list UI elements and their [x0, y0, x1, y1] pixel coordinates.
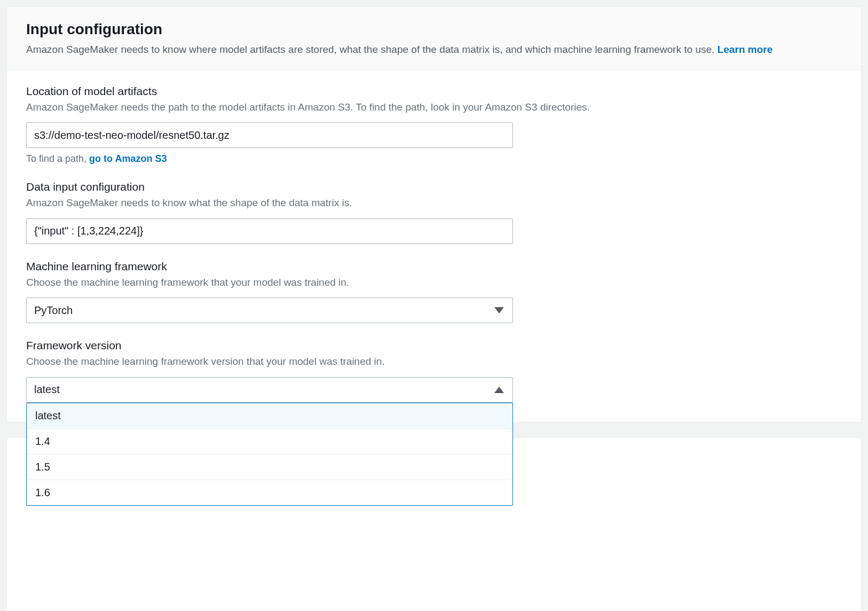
framework-hint: Choose the machine learning framework th…	[26, 275, 842, 291]
learn-more-link[interactable]: Learn more	[717, 44, 772, 55]
version-hint: Choose the machine learning framework ve…	[26, 354, 842, 370]
panel-description: Amazon SageMaker needs to know where mod…	[26, 42, 842, 58]
version-select-value: latest	[34, 383, 60, 396]
panel-header: Input configuration Amazon SageMaker nee…	[7, 7, 861, 70]
version-dropdown-list: latest1.41.51.6	[26, 403, 513, 506]
framework-select[interactable]: PyTorch	[26, 297, 513, 323]
artifacts-input[interactable]	[26, 122, 513, 148]
artifacts-below-hint: To find a path, go to Amazon S3	[26, 153, 842, 164]
artifacts-hint: Amazon SageMaker needs the path to the m…	[26, 100, 842, 115]
panel-description-text: Amazon SageMaker needs to know where mod…	[26, 44, 715, 55]
data-input-input[interactable]	[26, 218, 513, 244]
input-configuration-panel: Input configuration Amazon SageMaker nee…	[6, 6, 862, 422]
go-to-s3-link[interactable]: go to Amazon S3	[89, 153, 167, 164]
version-option[interactable]: 1.6	[27, 480, 512, 505]
version-option[interactable]: latest	[27, 403, 512, 429]
data-input-hint: Amazon SageMaker needs to know what the …	[26, 195, 842, 211]
version-option[interactable]: 1.5	[27, 455, 512, 480]
version-label: Framework version	[26, 339, 842, 352]
version-field: Framework version Choose the machine lea…	[26, 339, 842, 403]
framework-field: Machine learning framework Choose the ma…	[26, 260, 842, 324]
data-input-field: Data input configuration Amazon SageMake…	[26, 181, 842, 244]
caret-down-icon	[494, 307, 504, 314]
framework-label: Machine learning framework	[26, 260, 842, 273]
artifacts-below-hint-text: To find a path,	[26, 153, 89, 164]
version-option[interactable]: 1.4	[27, 429, 512, 455]
panel-body: Location of model artifacts Amazon SageM…	[7, 70, 861, 422]
framework-select-value: PyTorch	[34, 304, 73, 317]
panel-title: Input configuration	[26, 20, 842, 39]
artifacts-label: Location of model artifacts	[26, 85, 842, 98]
data-input-label: Data input configuration	[26, 181, 842, 193]
artifacts-field: Location of model artifacts Amazon SageM…	[26, 85, 842, 165]
caret-up-icon	[494, 387, 504, 393]
version-select[interactable]: latest	[26, 377, 513, 403]
version-dropdown: latest latest1.41.51.6	[26, 377, 513, 403]
